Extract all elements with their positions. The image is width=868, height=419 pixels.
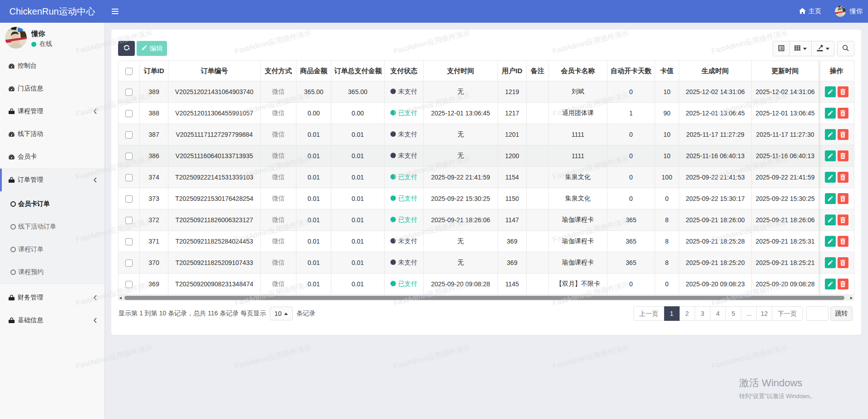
sidebar-subitem-会员卡订单[interactable]: 会员卡订单	[0, 193, 104, 215]
sidebar-item-财务管理[interactable]: 财务管理	[0, 286, 104, 309]
row-edit-button[interactable]	[825, 279, 836, 289]
row-edit-button[interactable]	[825, 150, 836, 161]
activation-title: 激活 Windows	[739, 376, 816, 390]
table-row-374[interactable]: 374T202509222141531339103微信0.010.01已支付20…	[118, 167, 854, 188]
refresh-button[interactable]	[118, 41, 135, 56]
table-row-371[interactable]: 371T202509211825284024453微信0.010.01未支付无3…	[118, 231, 854, 252]
row-delete-button[interactable]	[838, 236, 848, 247]
pagination-page-1[interactable]: 1	[664, 306, 680, 321]
row-edit-button[interactable]	[825, 193, 836, 204]
row-checkbox[interactable]	[125, 89, 133, 96]
row-delete-button[interactable]	[838, 279, 848, 289]
table-row-369[interactable]: 369T202509200908231348474微信0.010.01已支付20…	[118, 274, 854, 295]
table-row-373[interactable]: 373T202509221530176428254微信0.010.01已支付20…	[118, 188, 854, 210]
sidebar-item-门店信息[interactable]: 门店信息	[0, 77, 104, 100]
toggle-detail-view-button[interactable]	[773, 41, 789, 56]
status-dot	[390, 174, 396, 180]
row-checkbox[interactable]	[125, 217, 133, 224]
horizontal-scrollbar[interactable]	[118, 295, 854, 301]
row-edit-button[interactable]	[825, 86, 836, 97]
row-checkbox[interactable]	[125, 238, 133, 245]
row-delete-button[interactable]	[838, 172, 848, 183]
pagination-page-4[interactable]: 4	[710, 306, 726, 321]
pagination-page-5[interactable]: 5	[726, 306, 741, 321]
cell-remark	[527, 252, 549, 274]
export-dropdown-button[interactable]	[812, 41, 834, 56]
cell-order-id: 370	[140, 252, 168, 274]
row-checkbox[interactable]	[125, 174, 133, 181]
row-delete-button[interactable]	[838, 86, 848, 97]
sidebar-item-控制台[interactable]: 控制台	[0, 55, 104, 77]
row-edit-button[interactable]	[825, 257, 836, 268]
table-row-386[interactable]: 386V202511160640133713935微信0.010.01未支付无1…	[118, 145, 854, 167]
sidebar-item-课程管理[interactable]: 课程管理	[0, 100, 104, 123]
cell-amount: 0.01	[296, 167, 331, 188]
content-panel: 编辑 订单ID订单编号支付方式商品金额订单总支付金额支付状态支付时间用户ID备注…	[111, 30, 861, 335]
edit-button[interactable]: 编辑	[137, 41, 167, 56]
select-all-checkbox[interactable]	[125, 68, 133, 75]
cell-pay-time: 2025-09-22 21:41:59	[424, 167, 498, 188]
cell-order-no: V202512021431064903740	[168, 81, 261, 103]
row-edit-button[interactable]	[825, 108, 836, 119]
sidebar-subitem-课程订单[interactable]: 课程订单	[0, 238, 104, 261]
pagination-ellipsis[interactable]: ...	[741, 306, 757, 321]
scrollbar-thumb[interactable]	[124, 296, 844, 300]
row-edit-button[interactable]	[825, 129, 836, 140]
cell-card-name: 集泉文化	[549, 188, 607, 210]
row-checkbox[interactable]	[125, 281, 133, 288]
cell-order-id: 372	[140, 210, 168, 231]
table-row-370[interactable]: 370T202509211825209107433微信0.010.01未支付无3…	[118, 252, 854, 274]
sidebar-item-基础信息[interactable]: 基础信息	[0, 309, 104, 332]
row-checkbox[interactable]	[125, 110, 133, 117]
table-row-388[interactable]: 388V202512011306455991057微信0.000.00已支付20…	[118, 103, 854, 124]
sidebar-subitem-课程预约[interactable]: 课程预约	[0, 261, 104, 284]
pagination-page-12[interactable]: 12	[757, 306, 772, 321]
row-delete-button[interactable]	[838, 108, 848, 119]
page-size-value: 10	[275, 310, 282, 317]
cell-user-id: 1154	[498, 167, 527, 188]
row-delete-button[interactable]	[838, 129, 848, 140]
page-jump-label: 跳转	[835, 309, 848, 318]
search-icon	[842, 45, 849, 53]
scroll-right-arrow[interactable]	[848, 295, 854, 301]
sidebar-toggle-button[interactable]	[104, 0, 125, 23]
row-delete-button[interactable]	[838, 214, 848, 225]
row-edit-button[interactable]	[825, 172, 836, 183]
nav-home-link[interactable]: 主页	[792, 0, 828, 23]
table-row-389[interactable]: 389V202512021431064903740微信365.00365.00未…	[118, 81, 854, 103]
pagination-page-3[interactable]: 3	[695, 306, 710, 321]
sidebar-item-订单管理[interactable]: 订单管理	[0, 169, 104, 191]
row-delete-button[interactable]	[838, 257, 848, 268]
row-delete-button[interactable]	[838, 193, 848, 204]
row-checkbox[interactable]	[125, 195, 133, 203]
table-row-372[interactable]: 372T202509211826006323127微信0.010.01已支付20…	[118, 210, 854, 231]
cell-pay-method: 微信	[261, 145, 296, 167]
cell-update-time: 2025-09-21 18:25:21	[752, 252, 819, 274]
row-edit-button[interactable]	[825, 214, 836, 225]
row-edit-button[interactable]	[825, 236, 836, 247]
page-jump-input[interactable]	[806, 306, 829, 321]
pagination-next-button[interactable]: 下一页	[772, 306, 803, 321]
cell-total: 0.01	[331, 274, 385, 295]
sidebar-item-线下活动[interactable]: 线下活动	[0, 123, 104, 145]
dashboard-icon	[8, 63, 15, 70]
status-dot	[390, 238, 396, 244]
page-jump-button[interactable]: 跳转	[830, 306, 853, 321]
table-row-387[interactable]: 387V202511171127297799884微信0.010.01未支付无1…	[118, 124, 854, 145]
sidebar-item-会员卡[interactable]: 会员卡	[0, 145, 104, 168]
row-checkbox[interactable]	[125, 153, 133, 160]
sidebar-subitem-线下活动订单[interactable]: 线下活动订单	[0, 215, 104, 238]
row-checkbox[interactable]	[125, 259, 133, 267]
cell-pay-status: 已支付	[385, 188, 424, 210]
row-checkbox[interactable]	[125, 131, 133, 139]
columns-dropdown-button[interactable]	[789, 41, 812, 56]
row-delete-button[interactable]	[838, 150, 848, 161]
cell-pay-method: 微信	[261, 124, 296, 145]
pagination-page-2[interactable]: 2	[680, 306, 695, 321]
nav-user-menu[interactable]: 懂你	[828, 0, 868, 23]
cell-create-time: 2025-09-20 09:08:23	[679, 274, 752, 295]
scroll-left-arrow[interactable]	[118, 295, 124, 301]
pagination-prev-button[interactable]: 上一页	[633, 306, 664, 321]
search-button[interactable]	[837, 41, 854, 56]
page-size-dropdown[interactable]: 10	[270, 307, 293, 320]
